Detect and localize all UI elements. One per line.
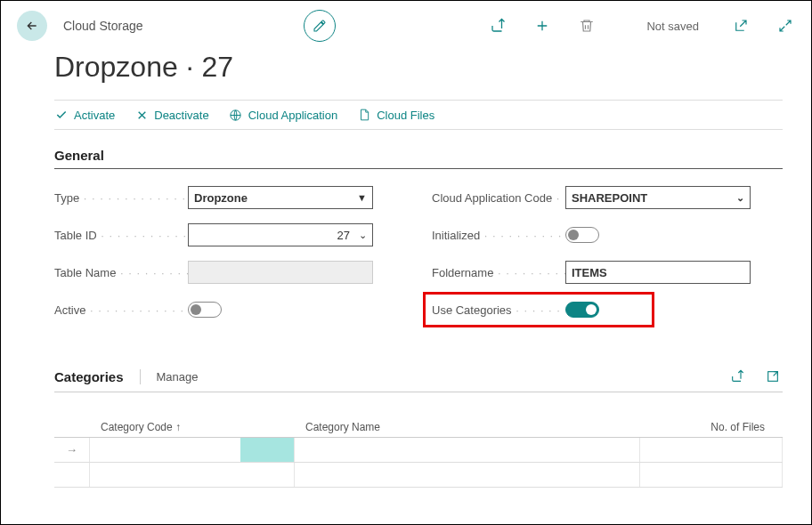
- column-no-of-files[interactable]: No. of Files: [640, 421, 783, 433]
- use-categories-toggle[interactable]: [565, 302, 599, 318]
- initialized-label: Initialized: [432, 229, 565, 242]
- popout-icon: [733, 18, 749, 34]
- popout-button[interactable]: [731, 16, 751, 36]
- save-status: Not saved: [646, 20, 699, 33]
- new-button[interactable]: [532, 16, 552, 36]
- globe-icon: [229, 108, 243, 122]
- table-id-input[interactable]: 27 ⌄: [188, 223, 373, 246]
- share-icon: [730, 369, 744, 384]
- expand-icon: [777, 18, 793, 34]
- column-category-code[interactable]: Category Code ↑: [90, 421, 295, 433]
- manage-link[interactable]: Manage: [141, 370, 199, 384]
- initialized-toggle[interactable]: [565, 227, 599, 243]
- activate-action[interactable]: Activate: [54, 108, 115, 122]
- cell-category-code[interactable]: [90, 438, 295, 462]
- table-id-value: 27: [337, 229, 350, 242]
- cell-category-name[interactable]: [295, 438, 640, 462]
- deactivate-label: Deactivate: [154, 109, 208, 122]
- file-icon: [357, 108, 371, 122]
- chevron-down-icon: ⌄: [736, 192, 744, 204]
- cloud-app-code-label: Cloud Application Code: [432, 191, 565, 205]
- cell-no-of-files[interactable]: [640, 438, 783, 462]
- popout-icon: [766, 369, 780, 384]
- delete-button[interactable]: [577, 16, 597, 36]
- chevron-down-icon: ⌄: [359, 230, 367, 241]
- active-toggle[interactable]: [188, 302, 222, 318]
- column-category-name[interactable]: Category Name: [295, 421, 640, 433]
- check-icon: [54, 108, 69, 122]
- edit-button[interactable]: [304, 10, 336, 42]
- deactivate-action[interactable]: Deactivate: [134, 108, 208, 122]
- foldername-value: ITEMS: [572, 266, 607, 279]
- plus-icon: [534, 18, 550, 34]
- table-header: Category Code ↑ Category Name No. of Fil…: [54, 417, 783, 438]
- table-name-label: Table Name: [54, 266, 188, 279]
- arrow-left-icon: [25, 19, 39, 33]
- back-button[interactable]: [17, 11, 47, 41]
- general-section-title: General: [54, 148, 783, 169]
- row-arrow-icon: →: [54, 438, 90, 462]
- expand-button[interactable]: [775, 16, 795, 36]
- cloud-files-action[interactable]: Cloud Files: [357, 108, 434, 122]
- use-categories-label: Use Categories: [432, 303, 565, 317]
- pencil-icon: [313, 19, 327, 33]
- foldername-label: Foldername: [432, 266, 565, 279]
- share-icon: [490, 18, 506, 34]
- type-select[interactable]: Dropzone ▼: [188, 186, 373, 209]
- cell-no-of-files[interactable]: [640, 463, 783, 487]
- table-name-input[interactable]: [188, 261, 373, 284]
- activate-label: Activate: [74, 109, 115, 122]
- table-row[interactable]: [54, 463, 783, 488]
- cloud-app-code-select[interactable]: SHAREPOINT ⌄: [565, 186, 751, 209]
- type-label: Type: [54, 191, 188, 205]
- breadcrumb[interactable]: Cloud Storage: [63, 19, 143, 33]
- chevron-down-icon: ▼: [357, 192, 367, 203]
- categories-share-button[interactable]: [727, 367, 747, 386]
- trash-icon: [579, 18, 595, 34]
- cell-category-name[interactable]: [295, 463, 640, 487]
- table-id-label: Table ID: [54, 229, 188, 242]
- type-value: Dropzone: [194, 191, 248, 205]
- foldername-input[interactable]: ITEMS: [565, 261, 751, 284]
- page-title: Dropzone · 27: [1, 51, 811, 94]
- table-row[interactable]: →: [54, 438, 783, 463]
- categories-expand-button[interactable]: [763, 367, 783, 386]
- categories-section-title: Categories: [54, 369, 141, 384]
- x-icon: [134, 108, 149, 122]
- cell-category-code[interactable]: [90, 463, 295, 487]
- cloud-app-code-value: SHAREPOINT: [572, 191, 647, 205]
- share-button[interactable]: [488, 16, 508, 36]
- cloud-files-label: Cloud Files: [377, 109, 434, 122]
- active-label: Active: [54, 303, 188, 317]
- cloud-application-label: Cloud Application: [248, 109, 337, 122]
- cloud-application-action[interactable]: Cloud Application: [229, 108, 337, 122]
